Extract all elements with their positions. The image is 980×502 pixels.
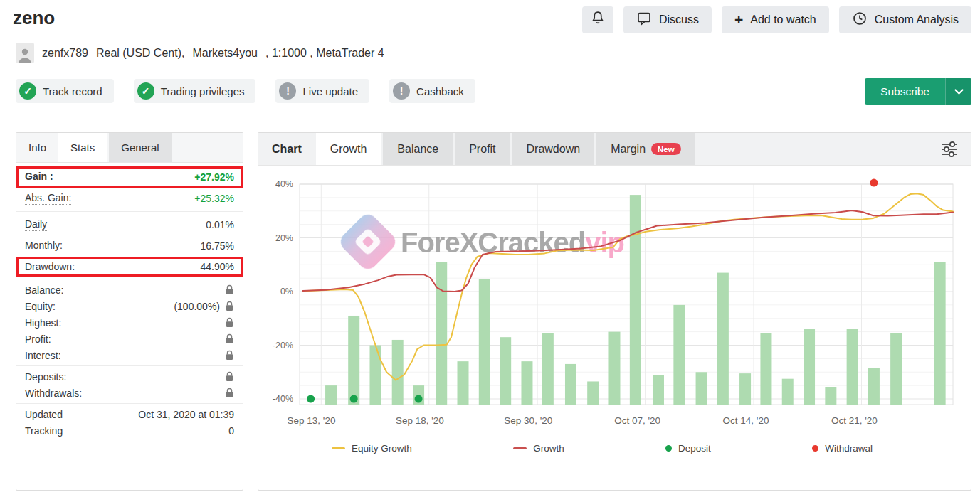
badge-label: Track record — [43, 85, 102, 97]
info-group: Daily0.01%Monthly:16.75%Drawdown:44.90% — [16, 212, 243, 279]
info-value — [220, 284, 234, 295]
daily-bar[interactable] — [804, 329, 815, 405]
add-to-watch-button[interactable]: + Add to watch — [722, 6, 829, 33]
daily-bar[interactable] — [325, 385, 337, 405]
tab-general[interactable]: General — [109, 133, 171, 162]
daily-bar[interactable] — [717, 273, 729, 405]
custom-analysis-button[interactable]: Custom Analysis — [839, 6, 971, 33]
deposit-marker[interactable] — [350, 395, 358, 403]
chart-settings-button[interactable] — [939, 133, 971, 165]
daily-bar[interactable] — [436, 262, 447, 405]
plus-icon: + — [734, 12, 743, 27]
daily-bar[interactable] — [458, 361, 469, 405]
deposit-marker[interactable] — [307, 395, 315, 403]
info-row-abs-gain: Abs. Gain:+25.32% — [16, 188, 243, 209]
daily-bar[interactable] — [782, 379, 794, 405]
info-group: Balance:Equity:(100.00%)Highest:Profit:I… — [16, 279, 243, 366]
badge-track-record[interactable]: ✓ Track record — [16, 79, 114, 103]
red-dot-swatch — [812, 445, 818, 452]
daily-bar[interactable] — [890, 333, 902, 405]
info-value: (100.00%) — [174, 301, 234, 312]
daily-bar[interactable] — [760, 333, 771, 405]
legend-deposit[interactable]: Deposit — [665, 443, 711, 454]
info-label: Abs. Gain: — [25, 192, 71, 205]
daily-bar[interactable] — [392, 340, 404, 405]
daily-bar[interactable] — [630, 195, 641, 405]
info-tabs: Info Stats General — [16, 133, 243, 163]
subscribe-dropdown-toggle[interactable] — [945, 78, 971, 105]
daily-bar[interactable] — [739, 373, 751, 405]
daily-bar[interactable] — [521, 361, 532, 405]
daily-bar[interactable] — [542, 333, 554, 405]
info-label: Monthly: — [25, 240, 63, 252]
discuss-label: Discuss — [659, 14, 699, 26]
chart-tabs: Chart Growth Balance Profit Drawdown Mar… — [258, 133, 971, 166]
info-value — [220, 388, 234, 398]
daily-bar[interactable] — [348, 316, 359, 405]
daily-bar[interactable] — [825, 387, 836, 405]
tab-profit[interactable]: Profit — [455, 133, 510, 165]
tab-drawdown[interactable]: Drawdown — [512, 133, 595, 165]
info-rows: Gain :+27.92%Abs. Gain:+25.32%Daily0.01%… — [16, 163, 243, 441]
x-tick-label: Sep 30, '20 — [504, 415, 552, 426]
legend-growth[interactable]: Growth — [513, 443, 564, 454]
deposit-marker[interactable] — [415, 395, 423, 403]
info-label: Updated — [25, 409, 63, 420]
info-row-tracking: Tracking0 — [16, 422, 243, 439]
broker-link[interactable]: Markets4you — [192, 47, 258, 60]
daily-bar[interactable] — [565, 364, 576, 405]
daily-bar[interactable] — [369, 346, 381, 405]
info-label: Equity: — [25, 301, 56, 312]
daily-bar[interactable] — [673, 305, 685, 405]
info-group: Gain :+27.92%Abs. Gain:+25.32% — [16, 164, 243, 212]
check-icon: ✓ — [137, 82, 154, 100]
subscribe-button[interactable]: Subscribe — [865, 78, 971, 105]
badge-live-update[interactable]: ! Live update — [275, 79, 369, 103]
daily-bar[interactable] — [587, 381, 599, 405]
growth-chart[interactable]: 40%20%0%-20%-40%Sep 13, '20Sep 18, '20Se… — [264, 173, 965, 433]
info-label: Daily — [25, 218, 47, 231]
daily-bar[interactable] — [653, 375, 664, 405]
info-label: Balance: — [25, 284, 63, 296]
daily-bar[interactable] — [847, 329, 858, 405]
legend-withdrawal[interactable]: Withdrawal — [812, 443, 873, 454]
badge-label: Trading privileges — [161, 85, 245, 97]
info-row-updated: UpdatedOct 31, 2020 at 01:39 — [16, 406, 243, 422]
x-tick-label: Oct 21, '20 — [831, 415, 878, 426]
info-value: 0 — [228, 425, 234, 437]
info-value: +25.32% — [194, 193, 234, 204]
legend-equity-growth[interactable]: Equity Growth — [332, 443, 412, 454]
info-row-deposits: Deposits: — [16, 368, 243, 385]
lock-icon — [225, 317, 234, 328]
tab-stats[interactable]: Stats — [58, 133, 107, 162]
y-tick-label: 0% — [280, 287, 293, 297]
tab-growth[interactable]: Growth — [316, 133, 381, 165]
daily-bar[interactable] — [696, 372, 707, 405]
info-value — [220, 317, 234, 328]
daily-bar[interactable] — [608, 332, 620, 405]
forexcracked-logo-icon — [337, 210, 399, 273]
chart-section-label: Chart — [258, 133, 316, 165]
info-row-monthly: Monthly:16.75% — [16, 235, 243, 257]
y-tick-label: -40% — [273, 394, 293, 404]
subscribe-label[interactable]: Subscribe — [865, 78, 945, 105]
daily-bar[interactable] — [500, 337, 511, 405]
tab-margin[interactable]: Margin New — [596, 133, 695, 165]
daily-bar[interactable] — [868, 368, 880, 405]
daily-bar[interactable] — [934, 262, 946, 405]
info-value — [220, 350, 234, 361]
daily-bar[interactable] — [479, 279, 490, 405]
x-tick-label: Sep 18, '20 — [396, 415, 444, 426]
tab-info[interactable]: Info — [16, 133, 58, 162]
notifications-button[interactable] — [582, 6, 613, 33]
lock-icon — [225, 333, 234, 344]
info-label: Interest: — [25, 350, 61, 361]
discuss-button[interactable]: Discuss — [623, 6, 712, 33]
tab-balance[interactable]: Balance — [383, 133, 453, 165]
account-username-link[interactable]: zenfx789 — [42, 47, 88, 60]
chevron-down-icon — [954, 87, 964, 96]
badge-cashback[interactable]: ! Cashback — [389, 79, 475, 103]
account-type: Real (USD Cent), — [96, 47, 184, 60]
withdrawal-marker[interactable] — [870, 179, 878, 187]
badge-trading-privileges[interactable]: ✓ Trading privileges — [134, 79, 256, 103]
